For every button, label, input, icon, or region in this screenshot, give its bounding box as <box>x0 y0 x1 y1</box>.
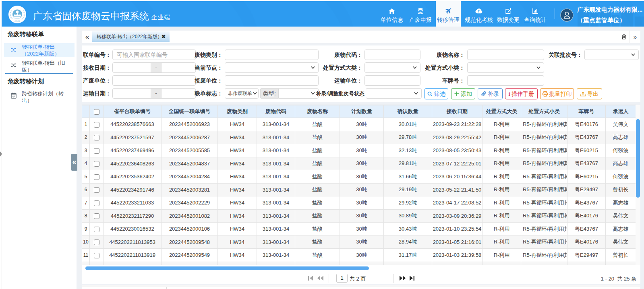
svg-text:GDEE: GDEE <box>14 20 21 23</box>
